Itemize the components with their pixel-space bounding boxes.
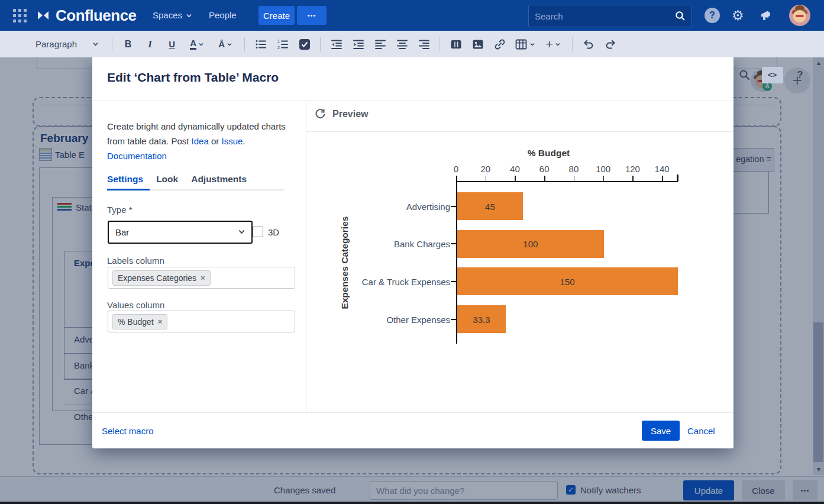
toolbar-separator <box>112 37 112 51</box>
svg-text:2: 2 <box>277 46 280 50</box>
nav-spaces[interactable]: Spaces <box>153 0 182 31</box>
paragraph-style-label: Paragraph <box>35 39 77 49</box>
chart-x-tick-mark <box>486 176 487 181</box>
numbered-list-icon[interactable]: 12 <box>272 35 293 53</box>
toolbar-separator <box>440 37 440 51</box>
notify-watchers-label: Notify watchers <box>580 485 641 495</box>
source-icon[interactable]: <> <box>761 66 783 84</box>
scrollbar-thumb[interactable] <box>813 322 823 462</box>
align-left-icon[interactable] <box>369 35 391 53</box>
user-avatar[interactable] <box>789 5 810 26</box>
update-button[interactable]: Update <box>683 480 734 500</box>
redo-icon[interactable] <box>599 35 621 53</box>
chart-x-axis-title: % Budget <box>528 148 570 159</box>
chart-x-axis-line <box>456 181 678 182</box>
undo-icon[interactable] <box>577 35 599 53</box>
bg-table-row: Adve <box>74 334 94 344</box>
bullet-list-icon[interactable] <box>250 35 272 53</box>
settings-gear-icon[interactable]: ⚙ <box>732 0 744 31</box>
align-right-icon[interactable] <box>413 35 435 53</box>
more-options-button[interactable]: ••• <box>793 480 817 500</box>
task-list-icon[interactable] <box>293 35 315 53</box>
chart-x-tick-label: 100 <box>596 164 610 174</box>
notifications-megaphone-icon[interactable] <box>760 9 774 22</box>
dialog-footer-divider <box>92 412 733 413</box>
bg-aggregation-fragment: egation = <box>736 154 771 164</box>
bg-table-row: Bank <box>74 360 94 370</box>
toolbar-separator <box>572 37 573 51</box>
chart-x-tick-mark <box>544 176 545 181</box>
screen-edge-strip <box>0 502 824 504</box>
global-search-input[interactable] <box>529 11 675 21</box>
app-switcher-icon[interactable] <box>13 9 27 25</box>
toolbar-separator <box>320 37 321 51</box>
text-color-icon[interactable]: A <box>183 35 211 53</box>
confluence-screen: February Table E Statu Expe AdveBankCar … <box>0 0 824 504</box>
chart-category-tick <box>451 243 456 244</box>
chart-x-tick-mark <box>515 176 516 181</box>
align-center-icon[interactable] <box>391 35 413 53</box>
global-search[interactable] <box>528 5 692 27</box>
svg-text:1: 1 <box>277 39 280 43</box>
editor-bottom-bar: Changes saved ✓ Notify watchers Update C… <box>0 476 824 502</box>
table-icon[interactable] <box>510 35 539 53</box>
select-macro-link[interactable]: Select macro <box>102 426 154 436</box>
confluence-logo-icon[interactable] <box>35 8 51 25</box>
chart-category-tick <box>451 281 456 282</box>
chart-category-label: Advertising <box>320 201 450 211</box>
indent-icon[interactable] <box>347 35 369 53</box>
create-more-button[interactable]: ••• <box>297 6 327 25</box>
search-icon[interactable] <box>733 66 755 84</box>
chart-x-tick-label: 20 <box>480 164 490 174</box>
change-comment-input[interactable] <box>370 481 558 500</box>
chart-x-tick-mark <box>632 176 634 181</box>
bg-table-row: Othe <box>74 412 93 422</box>
chevron-down-icon <box>92 41 99 47</box>
formatting-icon[interactable]: Å <box>211 35 240 53</box>
bg-month-heading: February <box>40 132 88 145</box>
bold-icon[interactable]: B <box>117 35 139 53</box>
chart-x-tick-mark <box>603 176 605 181</box>
nav-people[interactable]: People <box>209 0 237 31</box>
image-icon[interactable] <box>467 35 489 53</box>
confluence-logo-text[interactable]: Confluence <box>56 0 137 31</box>
save-button[interactable]: Save <box>642 421 680 441</box>
chart-y-axis-title: Expenses Categories <box>340 217 350 309</box>
help-icon[interactable]: ? <box>789 66 811 84</box>
scrollbar-up-arrow[interactable]: ▲ <box>815 60 823 66</box>
outdent-icon[interactable] <box>325 35 347 53</box>
edit-macro-dialog: Edit ‘Chart from Table’ Macro Create bri… <box>92 56 733 448</box>
cancel-link[interactable]: Cancel <box>687 426 715 436</box>
scrollbar-down-arrow[interactable]: ▼ <box>815 466 823 473</box>
chart-x-tick-label: 80 <box>569 164 579 174</box>
chart-x-tick-mark <box>456 176 457 181</box>
chart-category-label: Bank Charges <box>320 239 450 249</box>
chart-value-label: 100 <box>523 239 538 249</box>
notify-watchers-checkbox[interactable]: ✓ <box>566 485 576 495</box>
chart-x-tick-mark <box>574 176 575 181</box>
table-excerpt-icon <box>39 148 52 161</box>
spaces-chevron-icon <box>186 13 192 18</box>
help-icon[interactable]: ? <box>705 8 720 23</box>
changes-saved-status: Changes saved <box>274 485 335 495</box>
layout-icon[interactable] <box>445 35 467 53</box>
chart-category-label: Car & Truck Expenses <box>320 276 450 286</box>
create-button[interactable]: Create <box>258 6 295 25</box>
chart-x-tick-mark <box>662 176 663 181</box>
chart-category-tick <box>451 319 456 320</box>
chart-category-tick <box>451 206 456 207</box>
chart-x-tick-label: 0 <box>454 164 458 174</box>
italic-icon[interactable]: I <box>139 35 161 53</box>
chart-category-label: Other Expenses <box>320 314 450 324</box>
close-button[interactable]: Close <box>742 480 785 500</box>
underline-icon[interactable]: U <box>161 35 183 53</box>
link-icon[interactable] <box>489 35 510 53</box>
chart-x-tick-label: 120 <box>625 164 640 174</box>
bg-table-excerpt-label: Table E <box>55 150 85 160</box>
chart-axis-endcap <box>677 175 678 181</box>
preview-chart: % Budget020406080100120140Expenses Categ… <box>92 56 733 412</box>
search-icon[interactable] <box>675 11 686 21</box>
paragraph-style-dropdown[interactable]: Paragraph <box>34 39 102 49</box>
status-macro-icon <box>57 203 72 212</box>
add-icon[interactable]: + <box>539 35 567 53</box>
